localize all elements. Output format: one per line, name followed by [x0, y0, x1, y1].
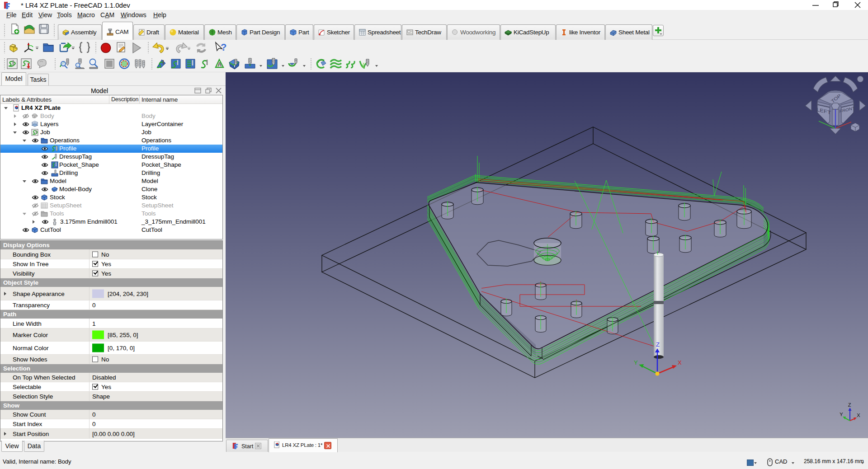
svg-text:Z: Z — [656, 341, 660, 348]
svg-text:Y: Y — [634, 359, 638, 366]
svg-text:Z: Z — [848, 402, 851, 408]
svg-text:?: ? — [221, 42, 226, 53]
svg-text:X: X — [678, 359, 682, 366]
svg-text:X: X — [857, 413, 860, 418]
svg-text:A: A — [217, 61, 222, 68]
svg-text:Y: Y — [840, 412, 843, 417]
